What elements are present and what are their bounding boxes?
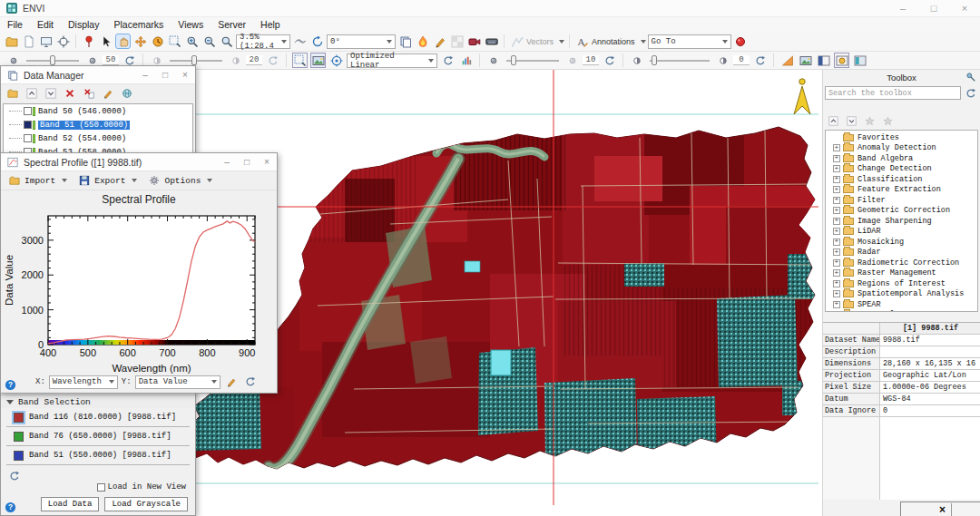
dm-close-button[interactable]: ×: [175, 66, 195, 84]
open-file-icon[interactable]: [4, 34, 19, 49]
dm-close-all-files-icon[interactable]: [81, 86, 96, 102]
animation-icon[interactable]: [466, 34, 482, 49]
menu-placemarks[interactable]: Placemarks: [106, 19, 171, 30]
color-ramp-icon[interactable]: [779, 53, 795, 68]
expand-box-icon[interactable]: [833, 165, 840, 172]
dm-close-file-icon[interactable]: [62, 86, 77, 102]
band-checkbox[interactable]: [24, 134, 32, 142]
tree-expand-icon[interactable]: [844, 113, 859, 129]
toolbox-item-band-algebra[interactable]: Band Algebra: [826, 153, 977, 164]
transparency-value[interactable]: 0: [733, 55, 750, 65]
rotate-view-icon[interactable]: [309, 34, 325, 49]
single-view-layout-icon[interactable]: [816, 53, 831, 68]
dock-close-icon[interactable]: ×: [939, 503, 946, 516]
dm-refresh-icon[interactable]: [119, 86, 134, 102]
toolbox-item-geometric-correction[interactable]: Geometric Correction: [826, 206, 977, 217]
swipe-tool-icon[interactable]: [397, 34, 413, 49]
zoom-tool-icon[interactable]: [219, 34, 234, 49]
band-list-item[interactable]: Band 52 (554.0000): [4, 131, 192, 145]
sp-close-button[interactable]: ×: [257, 153, 277, 171]
close-button[interactable]: ×: [949, 0, 980, 17]
export-dropdown[interactable]: Export: [76, 173, 137, 189]
load-grayscale-button[interactable]: Load Grayscale: [104, 497, 188, 511]
sharpen-value[interactable]: 10: [583, 55, 599, 65]
red-channel-swatch[interactable]: [14, 413, 24, 423]
expand-box-icon[interactable]: [833, 228, 840, 235]
x-axis-combo[interactable]: Wavelength: [49, 375, 118, 389]
toolbox-item-image-sharpening[interactable]: Image Sharpening: [826, 216, 977, 227]
transparency-checker-icon[interactable]: [449, 34, 465, 49]
stretch-view-icon[interactable]: [310, 53, 326, 68]
band-list-item-selected[interactable]: Band 51 (550.0000): [4, 118, 192, 131]
stretch-reset-icon[interactable]: [440, 53, 456, 68]
split-view-layout-icon[interactable]: [852, 53, 867, 68]
red-channel-row[interactable]: Band 116 (810.0000) [9988.tif]: [6, 408, 190, 427]
data-manager-titlebar[interactable]: Data Manager – □ ×: [1, 66, 195, 84]
expand-box-icon[interactable]: [833, 186, 840, 193]
load-in-new-view-checkbox[interactable]: [97, 483, 105, 492]
toolbox-item-change-detection[interactable]: Change Detection: [826, 164, 977, 175]
menu-display[interactable]: Display: [61, 19, 106, 30]
toolbox-item-regions-of-interest[interactable]: Regions of Interest: [826, 278, 977, 289]
toolbox-item-spectral[interactable]: Spectral: [826, 310, 977, 313]
zoom-rectangle-icon[interactable]: [167, 34, 182, 49]
band-checkbox[interactable]: [24, 121, 32, 129]
sp-help-icon[interactable]: [5, 378, 16, 390]
dm-collapse-icon[interactable]: [24, 86, 39, 102]
dm-maximize-button[interactable]: □: [155, 66, 175, 84]
sharpen-reset-icon[interactable]: [602, 53, 617, 68]
menu-help[interactable]: Help: [253, 19, 288, 30]
band-list-item[interactable]: Band 50 (546.0000): [4, 104, 192, 118]
toolbox-item-mosaicking[interactable]: Mosaicking: [826, 237, 977, 248]
contrast-slider[interactable]: [170, 60, 222, 62]
dm-expand-icon[interactable]: [43, 86, 58, 102]
expand-box-icon[interactable]: [833, 197, 840, 204]
select-cursor-icon[interactable]: [98, 34, 113, 49]
edit-plot-icon[interactable]: [224, 375, 240, 390]
band-selection-header[interactable]: Band Selection: [1, 395, 195, 408]
toolbox-item-feature-extraction[interactable]: Feature Extraction: [826, 185, 977, 196]
menu-file[interactable]: File: [0, 19, 30, 30]
maximize-button[interactable]: □: [918, 0, 949, 17]
zoom-level-combo[interactable]: 3.5% (1:28.4: [236, 34, 290, 49]
rotation-combo[interactable]: 0°: [327, 34, 396, 49]
annotations-dropdown[interactable]: Annotations: [574, 34, 646, 49]
contrast-value[interactable]: 20: [246, 55, 262, 65]
toolbox-item-favorites[interactable]: Favorites: [826, 132, 977, 143]
record-location-icon[interactable]: [733, 34, 749, 49]
expand-box-icon[interactable]: [833, 248, 840, 256]
dm-open-icon[interactable]: [5, 86, 20, 102]
options-dropdown[interactable]: Options: [146, 173, 212, 189]
green-channel-row[interactable]: Band 76 (650.0000) [9988.tif]: [6, 427, 190, 446]
toolbox-item-radiometric-correction[interactable]: Radiometric Correction: [826, 258, 977, 268]
menu-views[interactable]: Views: [171, 19, 211, 30]
transparency-reset-icon[interactable]: [752, 53, 768, 68]
histogram-stretch-icon[interactable]: [458, 53, 474, 68]
unfavorite-star-icon[interactable]: [880, 113, 896, 129]
expand-box-icon[interactable]: [833, 280, 840, 287]
transparency-slider[interactable]: [650, 60, 710, 62]
toolbox-item-anomaly-detection[interactable]: Anomaly Detection: [826, 143, 977, 154]
paste-icon[interactable]: [21, 34, 36, 49]
zoom-in-icon[interactable]: [184, 34, 200, 49]
stretch-target-icon[interactable]: [328, 53, 344, 68]
expand-box-icon[interactable]: [833, 239, 840, 246]
fly-view-icon[interactable]: [292, 34, 308, 49]
keyboard-icon[interactable]: [484, 34, 499, 49]
band-selection-reset-icon[interactable]: [6, 468, 22, 483]
favorite-star-icon[interactable]: [862, 113, 877, 129]
dm-minimize-button[interactable]: –: [135, 66, 155, 84]
reset-plot-icon[interactable]: [243, 375, 259, 390]
green-channel-swatch[interactable]: [14, 432, 24, 442]
toolbox-search-reset-icon[interactable]: [963, 85, 978, 101]
menu-server[interactable]: Server: [211, 19, 253, 30]
toolbox-item-lidar[interactable]: LiDAR: [826, 227, 977, 238]
menu-edit[interactable]: Edit: [30, 19, 61, 30]
expand-box-icon[interactable]: [833, 290, 840, 297]
toolbox-item-radar[interactable]: Radar: [826, 248, 977, 258]
brightness-value[interactable]: 50: [103, 55, 119, 65]
sp-maximize-button[interactable]: □: [237, 153, 257, 171]
toolbox-item-raster-management[interactable]: Raster Management: [826, 268, 977, 279]
portal-icon[interactable]: [834, 53, 849, 68]
flicker-tool-icon[interactable]: [415, 34, 430, 49]
